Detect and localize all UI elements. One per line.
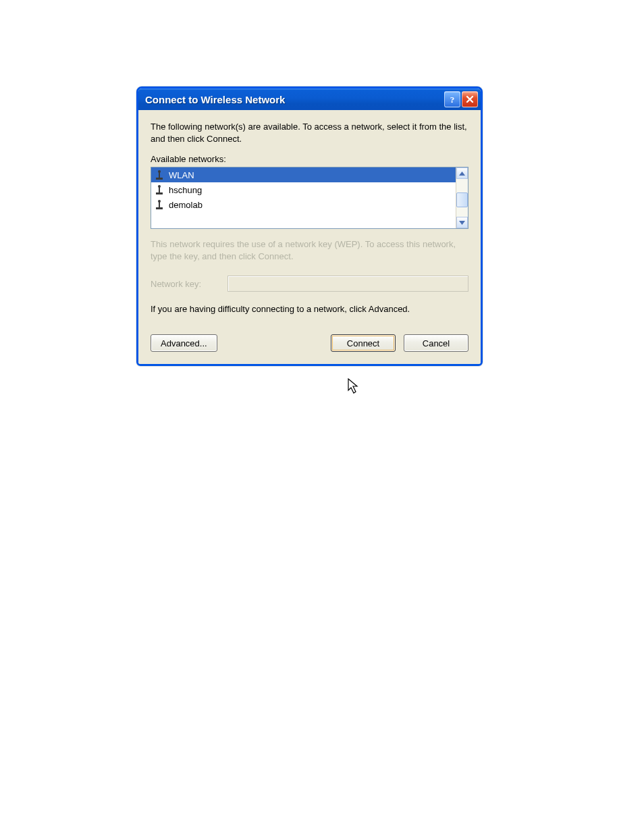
dialog-body: The following network(s) are available. … [138,110,481,364]
svg-rect-1 [159,172,160,178]
network-item-demolab[interactable]: demolab [151,197,456,212]
advanced-button[interactable]: Advanced... [151,334,217,352]
network-name: WLAN [169,170,194,180]
svg-point-2 [158,170,161,173]
network-icon [154,199,165,210]
mouse-cursor-icon [348,378,361,396]
scroll-track[interactable] [456,179,468,217]
close-button[interactable] [462,91,478,107]
network-key-row: Network key: [151,276,468,292]
listbox-scrollbar[interactable] [456,167,468,228]
svg-point-8 [158,200,161,203]
network-name: demolab [169,200,203,210]
svg-point-5 [158,185,161,188]
available-networks-listbox[interactable]: WLAN hschung [151,167,468,229]
network-icon [154,184,165,195]
titlebar: Connect to Wireless Network ? [138,88,481,110]
svg-rect-6 [156,192,163,194]
network-icon [154,170,165,180]
scroll-thumb[interactable] [456,192,468,207]
network-key-label: Network key: [151,279,215,289]
help-button[interactable]: ? [444,91,460,107]
svg-text:?: ? [450,95,455,104]
svg-rect-3 [156,178,163,180]
instruction-text: The following network(s) are available. … [151,121,468,145]
svg-rect-4 [159,187,160,192]
help-icon: ? [448,95,456,104]
scroll-down-button[interactable] [456,217,468,228]
network-name: hschung [169,185,202,195]
cancel-button[interactable]: Cancel [404,334,468,352]
chevron-up-icon [459,172,465,176]
window-title: Connect to Wireless Network [145,94,443,105]
connect-button[interactable]: Connect [331,334,396,352]
close-icon [466,95,474,103]
svg-rect-9 [156,207,163,209]
network-item-wlan[interactable]: WLAN [151,167,456,182]
chevron-down-icon [459,221,465,225]
advanced-advice-text: If you are having difficulty connecting … [151,304,468,314]
wireless-connect-dialog: Connect to Wireless Network ? The follow… [136,86,483,366]
network-key-input [227,276,468,292]
button-row: Advanced... Connect Cancel [151,334,468,352]
wep-requirement-text: This network requires the use of a netwo… [151,238,468,262]
network-list[interactable]: WLAN hschung [151,167,456,228]
network-item-hschung[interactable]: hschung [151,182,456,197]
available-networks-label: Available networks: [151,154,468,164]
scroll-up-button[interactable] [456,167,468,179]
svg-rect-7 [159,202,160,207]
